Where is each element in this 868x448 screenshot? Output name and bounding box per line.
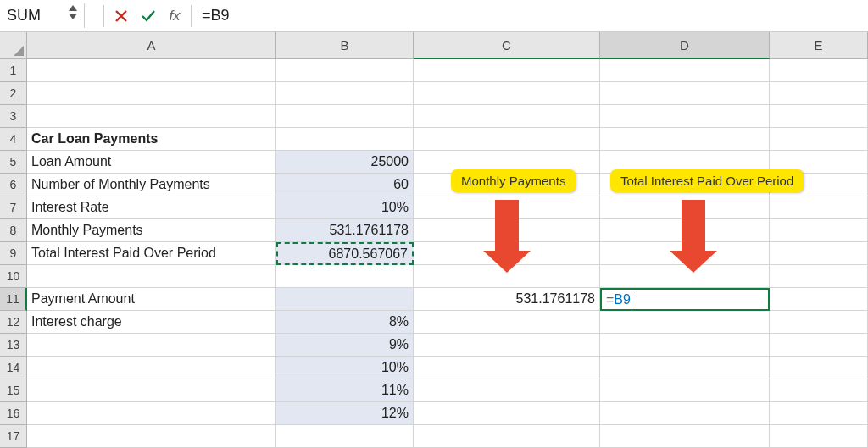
cell-e12[interactable] <box>770 311 868 334</box>
cell-b4[interactable] <box>276 128 414 151</box>
cell-d4[interactable] <box>600 128 770 151</box>
cell-b1[interactable] <box>276 59 414 82</box>
row-header[interactable]: 10 <box>0 265 27 288</box>
col-header-b[interactable]: B <box>276 32 414 59</box>
row-header[interactable]: 17 <box>0 425 27 448</box>
cell-e1[interactable] <box>770 59 868 82</box>
cell-c13[interactable] <box>414 334 600 357</box>
cell-a11[interactable]: Payment Amount <box>27 288 276 311</box>
cell-a16[interactable] <box>27 402 276 425</box>
cell-a12[interactable]: Interest charge <box>27 311 276 334</box>
cell-b12[interactable]: 8% <box>276 311 414 334</box>
col-header-a[interactable]: A <box>27 32 276 59</box>
name-box[interactable]: SUM <box>0 3 85 28</box>
cell-e13[interactable] <box>770 334 868 357</box>
cell-c15[interactable] <box>414 379 600 402</box>
cell-a15[interactable] <box>27 379 276 402</box>
row-header[interactable]: 9 <box>0 242 27 265</box>
row-header[interactable]: 4 <box>0 128 27 151</box>
row-header[interactable]: 8 <box>0 219 27 242</box>
cell-a3[interactable] <box>27 105 276 128</box>
cell-c12[interactable] <box>414 311 600 334</box>
confirm-button[interactable] <box>135 4 162 28</box>
cell-b5[interactable]: 25000 <box>276 151 414 174</box>
cell-c2[interactable] <box>414 82 600 105</box>
cell-e4[interactable] <box>770 128 868 151</box>
cell-e11[interactable] <box>770 288 868 311</box>
name-box-stepper[interactable] <box>69 5 77 19</box>
cell-a10[interactable] <box>27 265 276 288</box>
row-header[interactable]: 16 <box>0 402 27 425</box>
row-header[interactable]: 5 <box>0 151 27 174</box>
cell-b11[interactable] <box>276 288 414 311</box>
cell-d15[interactable] <box>600 379 770 402</box>
row-header[interactable]: 12 <box>0 311 27 334</box>
cell-c11[interactable]: 531.1761178 <box>414 288 600 311</box>
cell-a9[interactable]: Total Interest Paid Over Period <box>27 242 276 265</box>
cell-d11-editing[interactable]: =B9 <box>600 288 770 311</box>
row-header[interactable]: 11 <box>0 288 27 311</box>
cell-c3[interactable] <box>414 105 600 128</box>
row-header[interactable]: 13 <box>0 334 27 357</box>
cell-d1[interactable] <box>600 59 770 82</box>
cell-b8[interactable]: 531.1761178 <box>276 219 414 242</box>
cell-d2[interactable] <box>600 82 770 105</box>
cell-c4[interactable] <box>414 128 600 151</box>
fx-label[interactable]: fx <box>162 8 187 25</box>
cell-b13[interactable]: 9% <box>276 334 414 357</box>
cell-a17[interactable] <box>27 425 276 448</box>
cell-b17[interactable] <box>276 425 414 448</box>
cell-e16[interactable] <box>770 402 868 425</box>
cell-b15[interactable]: 11% <box>276 379 414 402</box>
cell-b14[interactable]: 10% <box>276 357 414 379</box>
cell-a1[interactable] <box>27 59 276 82</box>
cell-b6[interactable]: 60 <box>276 174 414 196</box>
cell-c16[interactable] <box>414 402 600 425</box>
formula-input[interactable]: =B9 <box>195 7 230 25</box>
row-header[interactable]: 3 <box>0 105 27 128</box>
cell-d16[interactable] <box>600 402 770 425</box>
row-header[interactable]: 1 <box>0 59 27 82</box>
cell-e14[interactable] <box>770 357 868 379</box>
cell-d13[interactable] <box>600 334 770 357</box>
cell-e15[interactable] <box>770 379 868 402</box>
row-header[interactable]: 15 <box>0 379 27 402</box>
cell-b10[interactable] <box>276 265 414 288</box>
cell-b7[interactable]: 10% <box>276 196 414 219</box>
cell-e10[interactable] <box>770 265 868 288</box>
cell-a2[interactable] <box>27 82 276 105</box>
col-header-d[interactable]: D <box>600 32 770 59</box>
cell-c14[interactable] <box>414 357 600 379</box>
cell-e7[interactable] <box>770 196 868 219</box>
cell-a13[interactable] <box>27 334 276 357</box>
cell-a7[interactable]: Interest Rate <box>27 196 276 219</box>
spreadsheet-grid[interactable]: A B C D E 1 2 3 4 Car Loan Payments 5 Lo… <box>0 32 868 448</box>
row-header[interactable]: 6 <box>0 174 27 196</box>
cell-c17[interactable] <box>414 425 600 448</box>
row-header[interactable]: 7 <box>0 196 27 219</box>
col-header-c[interactable]: C <box>414 32 600 59</box>
cell-d17[interactable] <box>600 425 770 448</box>
cell-c1[interactable] <box>414 59 600 82</box>
cell-b16[interactable]: 12% <box>276 402 414 425</box>
row-header[interactable]: 2 <box>0 82 27 105</box>
select-all-corner[interactable] <box>0 32 27 59</box>
cell-a8[interactable]: Monthly Payments <box>27 219 276 242</box>
cell-b2[interactable] <box>276 82 414 105</box>
cancel-button[interactable] <box>108 4 135 28</box>
cell-b3[interactable] <box>276 105 414 128</box>
cell-a6[interactable]: Number of Monthly Payments <box>27 174 276 196</box>
cell-e17[interactable] <box>770 425 868 448</box>
cell-a14[interactable] <box>27 357 276 379</box>
cell-e8[interactable] <box>770 219 868 242</box>
cell-e9[interactable] <box>770 242 868 265</box>
cell-e2[interactable] <box>770 82 868 105</box>
cell-a5[interactable]: Loan Amount <box>27 151 276 174</box>
cell-d3[interactable] <box>600 105 770 128</box>
cell-a4[interactable]: Car Loan Payments <box>27 128 276 151</box>
cell-b9[interactable]: 6870.567067 <box>276 242 414 265</box>
cell-d12[interactable] <box>600 311 770 334</box>
cell-e3[interactable] <box>770 105 868 128</box>
col-header-e[interactable]: E <box>770 32 868 59</box>
cell-d14[interactable] <box>600 357 770 379</box>
